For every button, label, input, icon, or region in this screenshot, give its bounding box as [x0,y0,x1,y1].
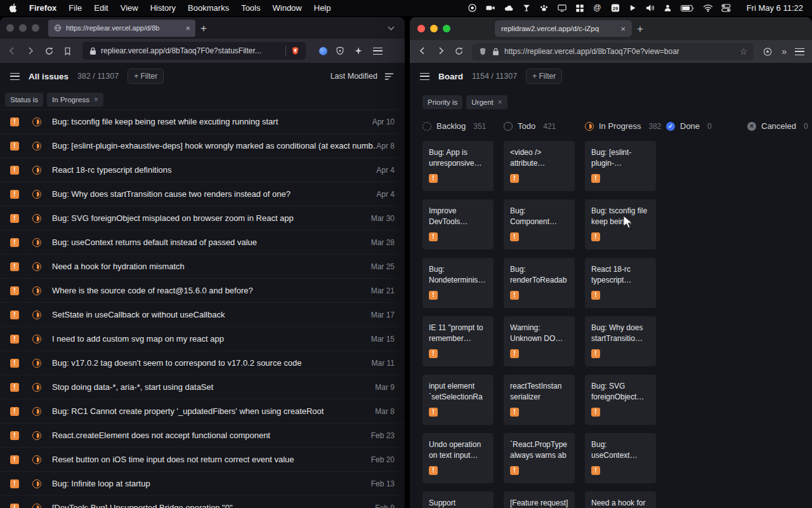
board-card[interactable]: Bug: Nondeterminist… [422,258,494,308]
status-inprogress-icon[interactable] [32,238,41,247]
issue-row[interactable]: React 18-rc typescript definitions Apr 4 [0,158,405,182]
menu-file[interactable]: File [69,3,82,13]
board-card[interactable]: React 18-rc typescript… [585,258,656,308]
priority-urgent-icon[interactable] [10,142,19,150]
tab-close-icon[interactable]: × [620,25,625,33]
add-filter-button[interactable]: + Filter [526,69,562,84]
video-camera-icon[interactable] [485,3,495,13]
status-inprogress-icon[interactable] [32,262,41,271]
board-card[interactable]: `React.PropType always warns ab [504,433,575,483]
priority-urgent-icon[interactable] [10,431,19,440]
cloud-icon[interactable] [504,3,514,13]
menu-firefox[interactable]: Firefox [29,3,56,13]
priority-urgent-icon[interactable] [10,504,19,508]
issue-row[interactable]: Stop doing data-*, aria-*, start using d… [0,375,405,399]
board-card[interactable]: IE 11 "prompt to remember… [422,316,494,366]
issue-row[interactable]: I need to add custom svg map on my react… [0,327,405,351]
new-tab-button[interactable]: + [637,23,643,34]
zoom-window-button[interactable] [443,25,450,32]
menu-history[interactable]: History [150,3,176,13]
sort-icon[interactable] [383,70,395,82]
menu-clock[interactable]: Fri May 6 11:22 [747,3,803,13]
remove-filter-icon[interactable]: × [498,98,502,107]
url-bar[interactable]: https://repliear.vercel.app/d/8bTaoq7F0e… [472,43,754,60]
forward-icon[interactable] [436,46,446,57]
bookmark-star-icon[interactable]: ☆ [740,47,748,56]
status-inprogress-icon[interactable] [32,286,41,295]
status-inprogress-icon[interactable] [32,335,41,344]
menu-bookmarks[interactable]: Bookmarks [188,3,229,13]
reload-icon[interactable] [454,46,464,57]
minimize-window-button[interactable] [19,24,27,32]
filter-value-chip[interactable]: In Progress × [47,93,103,107]
status-inprogress-icon[interactable] [32,214,41,223]
status-inprogress-icon[interactable] [32,190,41,199]
menu-help[interactable]: Help [314,3,331,13]
issue-row[interactable]: Reset button on iOS time input does not … [0,448,405,472]
bookmark-icon[interactable] [62,45,73,57]
board-card[interactable]: Improve DevTools… [422,199,494,250]
status-inprogress-icon[interactable] [32,383,41,392]
paw-icon[interactable] [539,3,549,13]
issue-row[interactable]: Bug: useContext returns default instead … [0,231,405,255]
issue-row[interactable]: [DevTools Bug] Unsupported Bridge operat… [0,496,405,508]
forward-icon[interactable] [25,45,36,57]
board-card[interactable]: Warning: Unknown DO… [504,316,575,366]
board-card[interactable]: Bug: useContext… [585,433,656,483]
grid-icon[interactable] [575,4,584,13]
board-card[interactable]: Support asynchronous… [422,491,494,508]
back-icon[interactable] [417,46,428,57]
issue-row[interactable]: Bug: [eslint-plugin-exhaustive-deps] hoo… [0,134,405,158]
board-card[interactable]: Bug: App is unresponsive… [422,141,494,191]
volume-icon[interactable] [645,3,655,13]
board-card[interactable]: Bug: SVG foreignObject… [585,375,656,425]
priority-urgent-icon[interactable] [10,407,19,416]
board-card[interactable]: reactTestInstan serializer [504,375,575,425]
priority-urgent-icon[interactable] [10,117,19,126]
priority-urgent-icon[interactable] [10,286,19,295]
status-inprogress-icon[interactable] [32,431,41,440]
issue-row[interactable]: Bug: SVG foreignObject misplaced on brow… [0,206,405,231]
menu-tools[interactable]: Tools [241,3,260,13]
extensions-overflow-icon[interactable]: » [782,46,787,57]
priority-urgent-icon[interactable] [10,262,19,271]
battery-icon[interactable] [681,4,695,12]
filter-field-chip[interactable]: Priority is [422,95,462,109]
issue-row[interactable]: Need a hook for hydration mismatch Mar 2… [0,255,405,279]
board-card[interactable]: Bug: tsconfig file keep bein… [585,199,656,250]
apple-menu-icon[interactable] [9,3,17,13]
drink-icon[interactable] [522,3,531,13]
play-icon[interactable] [629,4,637,12]
priority-urgent-icon[interactable] [10,311,19,319]
tab-close-icon[interactable]: × [185,24,190,32]
sort-label[interactable]: Last Modified [331,72,377,81]
remove-filter-icon[interactable]: × [94,95,98,104]
menu-view[interactable]: View [121,3,138,13]
priority-urgent-icon[interactable] [10,455,19,464]
back-icon[interactable] [6,45,18,57]
menu-edit[interactable]: Edit [94,3,108,13]
filter-field-chip[interactable]: Status is [5,93,43,107]
right-traffic-lights[interactable] [417,25,450,32]
brave-shield-icon[interactable] [291,46,299,56]
reload-icon[interactable] [43,45,55,57]
issue-row[interactable]: Bug: v17.0.2 tag doesn't seem to corresp… [0,351,405,375]
issue-row[interactable]: Bug: Infinite loop at startup Feb 13 [0,472,405,496]
board-card[interactable]: Undo operation on text input… [422,433,494,483]
close-window-button[interactable] [6,24,14,32]
mention-icon[interactable]: @ [593,3,602,13]
board-card[interactable]: Bug: Component… [504,199,575,250]
priority-urgent-icon[interactable] [10,214,19,223]
container-tab-icon[interactable] [319,47,327,55]
status-inprogress-icon[interactable] [32,504,41,508]
board-card[interactable]: [Feature request] expo… [504,491,575,508]
display-icon[interactable] [557,3,567,13]
sidebar-menu-icon[interactable] [10,73,20,80]
issue-row[interactable]: Where is the source code of react@15.6.0… [0,279,405,303]
sparkle-icon[interactable] [353,45,364,57]
board-card[interactable]: <video /> attribute… [504,141,575,191]
status-inprogress-icon[interactable] [32,142,41,150]
status-inprogress-icon[interactable] [32,166,41,175]
priority-urgent-icon[interactable] [10,238,19,247]
issue-row[interactable]: Bug: tsconfig file keep being reset whil… [0,110,405,134]
